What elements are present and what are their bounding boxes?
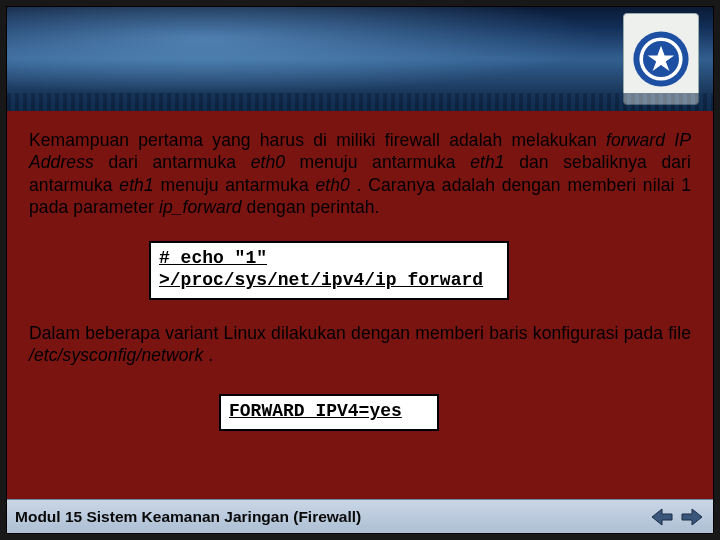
footer-title: Modul 15 Sistem Keamanan Jaringan (Firew… xyxy=(15,508,361,526)
prev-slide-button[interactable] xyxy=(649,506,675,528)
code-block-forwardipv4: FORWARD_IPV4=yes xyxy=(219,394,439,431)
svg-marker-3 xyxy=(652,509,672,525)
arrow-right-icon xyxy=(680,507,704,527)
code-block-ipforward: # echo "1" >/proc/sys/net/ipv4/ip_forwar… xyxy=(149,241,509,300)
slide-footer: Modul 15 Sistem Keamanan Jaringan (Firew… xyxy=(7,499,713,533)
arrow-left-icon xyxy=(650,507,674,527)
paragraph-1: Kemampuan pertama yang harus di miliki f… xyxy=(29,129,691,219)
svg-marker-4 xyxy=(682,509,702,525)
slide-header xyxy=(7,7,713,111)
tut-wuri-logo-icon xyxy=(631,29,691,89)
slide: Kemampuan pertama yang harus di miliki f… xyxy=(6,6,714,534)
tut-wuri-logo-badge xyxy=(623,13,699,105)
nav-arrows xyxy=(649,506,705,528)
header-glow xyxy=(7,7,713,111)
paragraph-2: Dalam beberapa variant Linux dilakukan d… xyxy=(29,322,691,367)
slide-body: Kemampuan pertama yang harus di miliki f… xyxy=(7,111,713,431)
next-slide-button[interactable] xyxy=(679,506,705,528)
